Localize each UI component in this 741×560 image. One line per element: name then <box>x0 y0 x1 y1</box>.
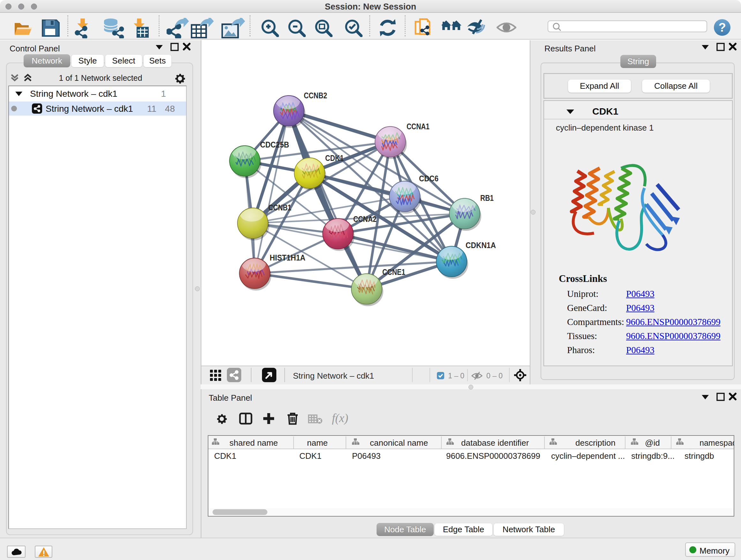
svg-text:RB1: RB1 <box>480 193 494 203</box>
svg-text:HIST1H1A: HIST1H1A <box>270 253 306 262</box>
svg-text:CCNE1: CCNE1 <box>382 267 405 277</box>
svg-text:CDK1: CDK1 <box>325 153 344 163</box>
svg-text:CCNA2: CCNA2 <box>353 214 377 224</box>
svg-text:CCNB2: CCNB2 <box>304 91 327 100</box>
svg-text:CDC6: CDC6 <box>419 174 439 183</box>
svg-text:CCNA1: CCNA1 <box>407 122 429 131</box>
svg-text:CDKN1A: CDKN1A <box>466 240 496 250</box>
svg-text:CCNB1: CCNB1 <box>268 203 291 212</box>
svg-text:CDC25B: CDC25B <box>260 140 289 149</box>
